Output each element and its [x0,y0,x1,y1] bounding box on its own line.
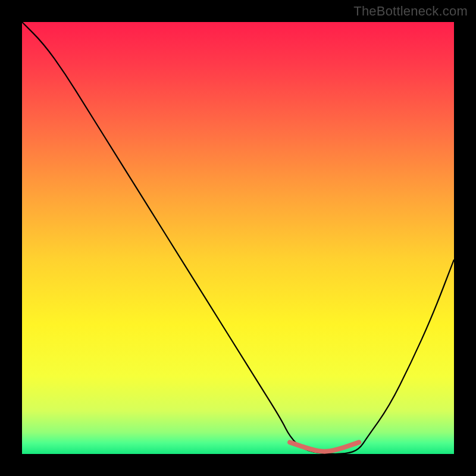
bottleneck-curve [22,22,454,454]
curve-layer [22,22,454,454]
plot-area [22,22,454,454]
chart-frame: TheBottleneck.com [0,0,476,476]
valley-highlight [290,442,359,451]
watermark-text: TheBottleneck.com [353,4,468,19]
